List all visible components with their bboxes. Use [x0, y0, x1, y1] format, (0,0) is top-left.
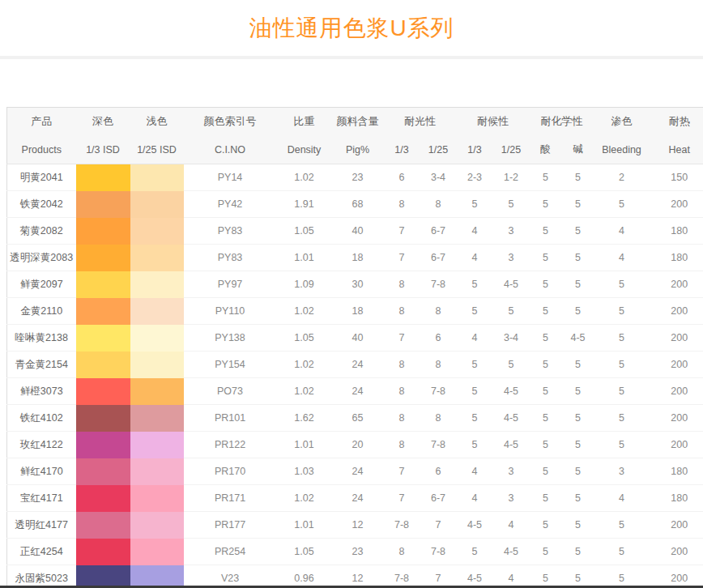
- density-cell: 1.62: [277, 405, 332, 432]
- alkali-cell: 5: [562, 191, 594, 218]
- lightfast-125-cell: 3-4: [420, 164, 457, 191]
- table-row: 玫红4122PR1221.012087-854-5555200: [7, 432, 703, 458]
- weather-125-cell: 3: [493, 245, 530, 271]
- weather-125-cell: 4-5: [493, 405, 530, 432]
- heat-cell: 200: [650, 352, 703, 378]
- lightfast-13-cell: 8: [384, 191, 420, 218]
- acid-cell: 5: [530, 378, 562, 405]
- weather-125-cell: 5: [493, 352, 530, 378]
- lightfast-125-cell: 8: [420, 352, 457, 378]
- bleeding-cell: 5: [594, 565, 650, 588]
- light-color-swatch: [130, 458, 184, 485]
- density-cell: 1.05: [277, 325, 332, 352]
- table-row: 菊黄2082PY831.054076-743554180: [7, 218, 703, 245]
- heat-cell: 200: [650, 271, 703, 298]
- title-bar: 油性通用色浆U系列: [0, 0, 703, 56]
- alkali-cell: 5: [562, 271, 594, 298]
- weather-125-cell: 3: [493, 485, 530, 512]
- pig-cell: 23: [332, 539, 384, 565]
- light-color-swatch: [130, 485, 184, 512]
- dark-color-swatch: [76, 298, 130, 325]
- table-row: 金黄2110PY1101.02188855555200: [7, 298, 703, 325]
- lightfast-13-cell: 8: [384, 405, 420, 432]
- col-weather-cn: 耐候性: [457, 108, 530, 136]
- product-name: 透明深黄2083: [7, 245, 76, 271]
- weather-125-cell: 1-2: [493, 164, 530, 191]
- weather-13-cell: 4: [457, 325, 493, 352]
- lightfast-125-cell: 7: [420, 512, 457, 539]
- heat-cell: 180: [650, 485, 703, 512]
- weather-125-cell: 4: [493, 512, 530, 539]
- lightfast-13-cell: 8: [384, 539, 420, 565]
- table-header: 产品 深色 浅色 颜色索引号 比重 颜料含量 耐光性 耐候性 耐化学性 渗色 耐…: [7, 108, 703, 164]
- col-dark-cn: 深色: [76, 108, 130, 136]
- pig-cell: 65: [332, 405, 384, 432]
- col-bleeding-cn: 渗色: [594, 108, 650, 136]
- lightfast-125-cell: 8: [420, 298, 457, 325]
- density-cell: 1.05: [277, 218, 332, 245]
- table-row: 鲜红4170PR1701.03247643553180: [7, 458, 703, 485]
- bleeding-cell: 2: [594, 164, 650, 191]
- lightfast-125-cell: 7-8: [420, 378, 457, 405]
- product-name: 明黄2041: [7, 164, 76, 191]
- heat-cell: 180: [650, 245, 703, 271]
- col-lightfast-125: 1/25: [420, 136, 457, 164]
- cino-cell: PO73: [184, 378, 277, 405]
- pig-cell: 40: [332, 218, 384, 245]
- weather-13-cell: 5: [457, 539, 493, 565]
- bleeding-cell: 5: [594, 298, 650, 325]
- table-row: 永固紫5023V230.96127-874-54555200: [7, 565, 703, 588]
- col-product-en: Products: [7, 136, 76, 164]
- heat-cell: 180: [650, 458, 703, 485]
- weather-13-cell: 5: [457, 352, 493, 378]
- table-row: 铁红4102PR1011.62658854-5555200: [7, 405, 703, 432]
- bleeding-cell: 5: [594, 352, 650, 378]
- alkali-cell: 5: [562, 245, 594, 271]
- dark-color-swatch: [76, 458, 130, 485]
- product-name: 永固紫5023: [7, 565, 76, 588]
- product-name: 鲜红4170: [7, 458, 76, 485]
- weather-13-cell: 4: [457, 485, 493, 512]
- weather-13-cell: 5: [457, 378, 493, 405]
- col-weather-125: 1/25: [493, 136, 530, 164]
- dark-color-swatch: [76, 191, 130, 218]
- table-row: 正红4254PR2541.052387-854-5555200: [7, 539, 703, 565]
- light-color-swatch: [130, 325, 184, 352]
- acid-cell: 5: [530, 352, 562, 378]
- dark-color-swatch: [76, 271, 130, 298]
- alkali-cell: 5: [562, 432, 594, 458]
- cino-cell: PY154: [184, 352, 277, 378]
- page-title: 油性通用色浆U系列: [249, 13, 454, 44]
- col-light-cn: 浅色: [130, 108, 184, 136]
- product-name: 玫红4122: [7, 432, 76, 458]
- lightfast-13-cell: 8: [384, 352, 420, 378]
- acid-cell: 5: [530, 458, 562, 485]
- light-color-swatch: [130, 164, 184, 191]
- light-color-swatch: [130, 352, 184, 378]
- table-row: 喹啉黄2138PY1381.05407643-454-55200: [7, 325, 703, 352]
- light-color-swatch: [130, 378, 184, 405]
- product-name: 鲜黄2097: [7, 271, 76, 298]
- bleeding-cell: 4: [594, 245, 650, 271]
- dark-color-swatch: [76, 325, 130, 352]
- heat-cell: 200: [650, 432, 703, 458]
- light-color-swatch: [130, 191, 184, 218]
- dark-color-swatch: [76, 164, 130, 191]
- acid-cell: 5: [530, 218, 562, 245]
- table-row: 鲜黄2097PY971.093087-854-5555200: [7, 271, 703, 298]
- weather-125-cell: 4-5: [493, 539, 530, 565]
- acid-cell: 5: [530, 512, 562, 539]
- col-density-cn: 比重: [277, 108, 332, 136]
- weather-13-cell: 4-5: [457, 565, 493, 588]
- product-name: 青金黄2154: [7, 352, 76, 378]
- weather-125-cell: 4-5: [493, 271, 530, 298]
- cino-cell: PY14: [184, 164, 277, 191]
- lightfast-125-cell: 6-7: [420, 485, 457, 512]
- pig-cell: 24: [332, 378, 384, 405]
- lightfast-13-cell: 8: [384, 271, 420, 298]
- heat-cell: 180: [650, 218, 703, 245]
- bleeding-cell: 5: [594, 539, 650, 565]
- pig-cell: 20: [332, 432, 384, 458]
- col-alkali: 碱: [562, 136, 594, 164]
- table-row: 透明红4177PR1771.01127-874-54555200: [7, 512, 703, 539]
